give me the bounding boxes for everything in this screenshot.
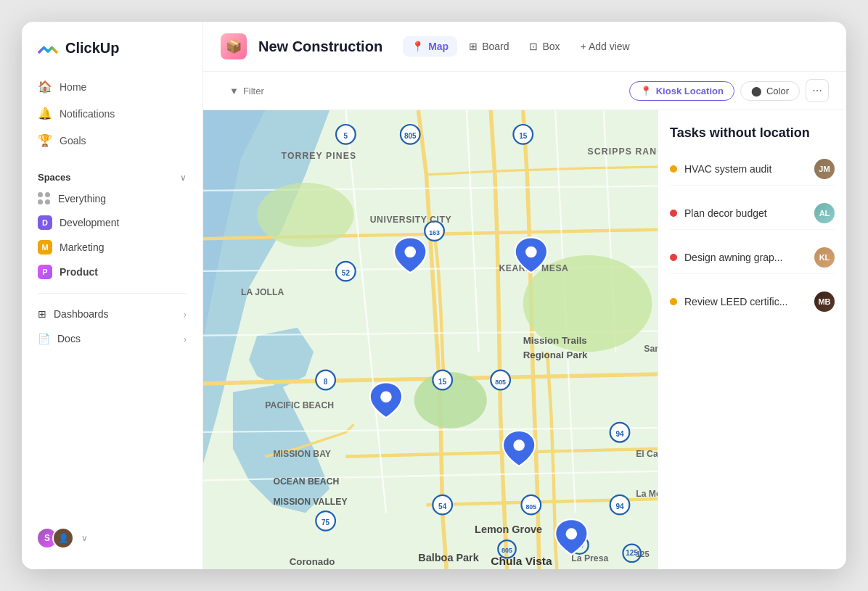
svg-point-68 [566, 528, 578, 540]
task-avatar-1: JM [814, 159, 835, 179]
svg-text:LA JOLLA: LA JOLLA [241, 287, 284, 297]
app-shell: ClickUp 🏠 Home 🔔 Notifications 🏆 Goals S… [22, 22, 846, 569]
svg-text:Balboa Park: Balboa Park [418, 552, 479, 563]
task-dot-1 [670, 165, 677, 173]
avatar-user2[interactable]: 👤 [52, 527, 74, 549]
task-avatar-4: MB [814, 292, 835, 312]
svg-text:Santee: Santee [644, 344, 658, 354]
color-button[interactable]: ⬤ Color [740, 81, 800, 101]
svg-text:UNIVERSITY CITY: UNIVERSITY CITY [370, 215, 452, 225]
tab-board[interactable]: ⊞ Board [460, 36, 517, 57]
task-label-4: Review LEED certific... [684, 296, 807, 307]
map-container[interactable]: 5 805 15 163 52 15 805 8 75 [203, 110, 658, 569]
tab-box-label: Box [542, 41, 560, 52]
filter-button[interactable]: ▼ Filter [221, 82, 273, 100]
task-dot-2 [670, 210, 677, 217]
tab-map[interactable]: 📍 Map [403, 36, 457, 57]
kiosk-location-button[interactable]: 📍 Kiosk Location [629, 81, 734, 101]
avatar-s-initial: S [44, 533, 50, 543]
task-item-3[interactable]: Design awning grap... KL [670, 241, 835, 274]
svg-text:52: 52 [342, 269, 351, 277]
task-avatar-3: KL [814, 247, 835, 268]
goals-icon: 🏆 [38, 133, 52, 147]
tasks-panel: Tasks without location HVAC system audit… [658, 110, 846, 569]
filter-label: Filter [243, 86, 264, 96]
everything-icon [38, 192, 51, 205]
task-dot-4 [670, 298, 677, 305]
color-label: Color [766, 86, 789, 96]
sidebar: ClickUp 🏠 Home 🔔 Notifications 🏆 Goals S… [22, 22, 203, 569]
svg-text:Coronado: Coronado [290, 556, 335, 567]
kiosk-pin-icon: 📍 [640, 86, 652, 96]
tab-box[interactable]: ⊡ Box [520, 36, 568, 57]
svg-text:El Caj...: El Caj... [636, 449, 658, 459]
spaces-header-label: Spaces [38, 172, 71, 183]
task-item-1[interactable]: HVAC system audit JM [670, 153, 835, 186]
product-avatar: P [38, 265, 52, 279]
tab-map-label: Map [428, 41, 449, 52]
avatar-user2-icon: 👤 [58, 533, 69, 543]
task-dot-3 [670, 254, 677, 261]
docs-icon: 📄 [38, 333, 50, 344]
nav-docs-label: Docs [57, 333, 81, 344]
more-options-button[interactable]: ··· [806, 79, 829, 102]
sidebar-item-development[interactable]: D Development [29, 210, 195, 235]
map-svg: 5 805 15 163 52 15 805 8 75 [203, 110, 658, 569]
footer-chevron-icon[interactable]: ∨ [81, 533, 88, 543]
sidebar-bottom-nav: ⊞ Dashboards › 📄 Docs › [22, 302, 202, 350]
spaces-section: Spaces ∨ Everything D Development M Mark… [22, 168, 202, 284]
svg-text:54: 54 [438, 503, 447, 511]
svg-text:Lemon Grove: Lemon Grove [475, 524, 542, 535]
svg-text:PACIFIC BEACH: PACIFIC BEACH [265, 400, 334, 410]
add-view-button[interactable]: + Add view [572, 36, 639, 57]
svg-text:La Presa: La Presa [571, 553, 608, 563]
project-title: New Construction [258, 38, 382, 55]
home-icon: 🏠 [38, 80, 52, 94]
sidebar-divider [38, 293, 187, 294]
nav-notifications[interactable]: 🔔 Notifications [29, 101, 195, 126]
spaces-header[interactable]: Spaces ∨ [29, 168, 195, 187]
nav-docs[interactable]: 📄 Docs › [29, 327, 195, 350]
svg-text:163: 163 [429, 229, 440, 236]
map-and-panel: 5 805 15 163 52 15 805 8 75 [203, 110, 846, 569]
svg-text:MISSION VALLEY: MISSION VALLEY [273, 497, 347, 507]
nav-items: 🏠 Home 🔔 Notifications 🏆 Goals [22, 74, 202, 153]
svg-text:805: 805 [501, 547, 512, 554]
sidebar-item-everything-label: Everything [58, 193, 106, 204]
docs-chevron-icon: › [184, 334, 187, 344]
toolbar: ▼ Filter 📍 Kiosk Location ⬤ Color ··· [203, 72, 846, 110]
task-avatar-2: AL [814, 203, 835, 223]
svg-point-64 [404, 247, 416, 258]
task-label-1: HVAC system audit [684, 163, 807, 175]
svg-text:SCRIPPS RANCH: SCRIPPS RANCH [588, 146, 658, 157]
sidebar-item-marketing-label: Marketing [60, 241, 104, 253]
spaces-chevron-icon: ∨ [180, 173, 187, 183]
nav-goals[interactable]: 🏆 Goals [29, 128, 195, 153]
project-icon: 📦 [221, 33, 247, 59]
svg-point-67 [513, 439, 525, 451]
nav-dashboards[interactable]: ⊞ Dashboards › [29, 302, 195, 326]
sidebar-item-development-label: Development [60, 217, 120, 228]
svg-point-3 [257, 183, 353, 247]
task-item-2[interactable]: Plan decor budget AL [670, 197, 835, 230]
main-content: 📦 New Construction 📍 Map ⊞ Board ⊡ Box +… [203, 22, 846, 569]
add-view-label: + Add view [581, 41, 630, 52]
sidebar-item-marketing[interactable]: M Marketing [29, 235, 195, 260]
svg-text:94: 94 [615, 430, 624, 438]
svg-text:Mission Trails: Mission Trails [523, 335, 587, 346]
nav-home[interactable]: 🏠 Home [29, 74, 195, 99]
svg-text:OCEAN BEACH: OCEAN BEACH [273, 476, 339, 487]
project-icon-symbol: 📦 [226, 38, 242, 54]
bell-icon: 🔔 [38, 107, 52, 120]
sidebar-item-everything[interactable]: Everything [29, 187, 195, 210]
clickup-logo-icon [36, 36, 60, 59]
view-tabs: 📍 Map ⊞ Board ⊡ Box + Add view [403, 36, 639, 57]
task-item-4[interactable]: Review LEED certific... MB [670, 286, 835, 318]
svg-text:TORREY PINES: TORREY PINES [282, 151, 357, 161]
svg-text:805: 805 [525, 503, 536, 511]
sidebar-item-product[interactable]: P Product [29, 260, 195, 284]
svg-text:8: 8 [324, 378, 328, 386]
dashboards-chevron-icon: › [184, 309, 187, 320]
sidebar-footer: S 👤 ∨ [22, 518, 202, 558]
svg-point-65 [525, 247, 537, 258]
